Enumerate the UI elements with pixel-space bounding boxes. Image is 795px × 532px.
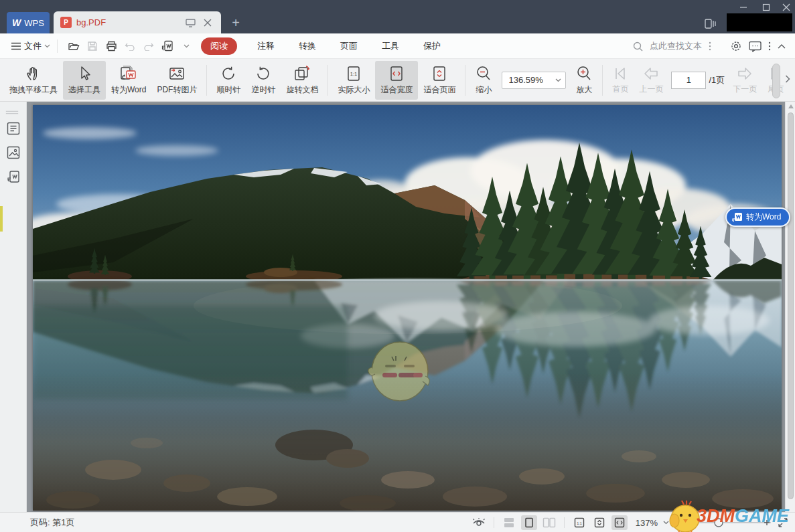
first-page-button[interactable]: 首页 xyxy=(607,61,634,100)
convert-to-word-floating-button[interactable]: 转为Word xyxy=(725,207,790,227)
export-word-icon[interactable] xyxy=(159,38,175,54)
gear-icon[interactable] xyxy=(730,40,742,52)
wps-home-button[interactable]: W WPS xyxy=(7,12,50,33)
convert-to-word-button[interactable]: 转为Word xyxy=(106,61,151,100)
pdf-to-image-label: PDF转图片 xyxy=(157,84,197,96)
status-actual-size-icon[interactable]: 1:1 xyxy=(571,515,587,530)
document-area: 转为Word xyxy=(0,102,795,512)
rotate-counterclockwise-button[interactable]: 逆时针 xyxy=(246,61,281,100)
save-icon[interactable] xyxy=(84,38,100,54)
rotate-document-icon xyxy=(293,65,311,82)
minimize-button[interactable] xyxy=(734,1,753,13)
scroll-up-icon[interactable] xyxy=(788,104,794,108)
toolbar-scroll-handle[interactable] xyxy=(772,64,780,98)
hand-icon xyxy=(25,65,42,82)
next-page-icon xyxy=(736,66,753,82)
status-fit-page-icon[interactable] xyxy=(591,515,607,530)
status-page-label: 页码: 第1页 xyxy=(30,517,74,529)
toolbar-separator xyxy=(465,65,465,96)
eye-protect-icon[interactable] xyxy=(471,515,487,530)
feedback-icon[interactable] xyxy=(749,41,762,52)
single-page-layout-icon[interactable] xyxy=(521,515,537,530)
maximize-button[interactable] xyxy=(757,1,776,13)
collapse-toolbar-icon[interactable] xyxy=(778,44,786,49)
select-tool-label: 选择工具 xyxy=(68,84,100,96)
wps-logo-icon: W xyxy=(12,17,21,28)
fit-width-icon xyxy=(388,65,405,82)
next-page-label: 下一页 xyxy=(733,84,757,95)
tab-close-icon[interactable] xyxy=(201,16,214,29)
account-area[interactable] xyxy=(727,13,792,31)
search-input[interactable]: 点此查找文本 xyxy=(650,40,702,52)
tab-label: 工具 xyxy=(382,40,399,52)
tab-page[interactable]: 页面 xyxy=(328,33,370,59)
document-tab[interactable]: P bg.PDF xyxy=(54,11,221,33)
toolbar-separator xyxy=(206,65,207,96)
zoom-menu-chevron-icon[interactable] xyxy=(663,521,669,525)
page-total-label: /1页 xyxy=(709,74,725,86)
prev-page-button[interactable]: 上一页 xyxy=(634,61,668,100)
chevron-down-icon xyxy=(555,78,561,82)
two-page-layout-icon[interactable] xyxy=(541,515,557,530)
svg-text:1:1: 1:1 xyxy=(350,71,357,77)
select-tool-button[interactable]: 选择工具 xyxy=(63,61,106,100)
rail-highlight-marker xyxy=(0,206,3,232)
vertical-scrollbar[interactable] xyxy=(785,102,795,512)
rotate-document-button[interactable]: 旋转文档 xyxy=(281,61,323,100)
to-word-panel-icon[interactable] xyxy=(7,170,20,183)
pdf-page-image[interactable] xyxy=(33,105,782,511)
floating-button-label: 转为Word xyxy=(746,211,781,223)
toolbar-separator xyxy=(328,65,328,96)
more-tools-chevron-icon[interactable] xyxy=(178,38,194,54)
chevron-down-icon xyxy=(44,44,50,48)
file-menu-label: 文件 xyxy=(24,40,42,52)
pdf-to-image-icon xyxy=(167,65,186,82)
zoom-out-button[interactable]: 缩小 xyxy=(469,61,498,100)
fit-page-button[interactable]: 适合页面 xyxy=(418,61,461,100)
zoom-in-button[interactable]: 放大 xyxy=(570,61,598,100)
next-page-button[interactable]: 下一页 xyxy=(727,61,762,100)
pdf-to-image-button[interactable]: PDF转图片 xyxy=(151,61,202,100)
svg-text:1:1: 1:1 xyxy=(577,521,582,525)
outline-panel-icon[interactable] xyxy=(7,122,20,135)
toolbar-overflow-icon[interactable] xyxy=(785,75,790,85)
more-menu-icon[interactable] xyxy=(768,41,771,51)
print-icon[interactable] xyxy=(103,38,119,54)
zoom-level-select[interactable]: 136.59% xyxy=(502,72,566,89)
pan-tool-button[interactable]: 拖拽平移工具 xyxy=(4,61,63,100)
split-view-icon[interactable] xyxy=(703,17,718,31)
clockwise-icon xyxy=(220,65,237,82)
status-fit-width-icon[interactable] xyxy=(611,515,628,530)
main-menu-button[interactable]: 文件 xyxy=(11,40,50,52)
presentation-icon[interactable] xyxy=(184,16,197,29)
tab-protect[interactable]: 保护 xyxy=(411,33,453,59)
redo-icon[interactable] xyxy=(141,38,157,54)
images-panel-icon[interactable] xyxy=(7,146,20,159)
fit-width-label: 适合宽度 xyxy=(380,84,413,96)
pdf-file-icon: P xyxy=(60,17,72,28)
page-number-input[interactable] xyxy=(671,72,706,89)
status-separator xyxy=(564,517,565,528)
search-icon[interactable] xyxy=(633,41,643,52)
tab-tools[interactable]: 工具 xyxy=(370,33,411,59)
hamburger-icon xyxy=(11,42,21,50)
tab-annotate[interactable]: 注释 xyxy=(245,33,287,59)
rail-drag-handle-icon[interactable] xyxy=(5,106,19,119)
tab-convert[interactable]: 转换 xyxy=(287,33,328,59)
new-tab-button[interactable]: + xyxy=(228,15,244,31)
undo-icon[interactable] xyxy=(122,38,138,54)
fit-width-button[interactable]: 适合宽度 xyxy=(375,61,418,100)
zoom-in-label: 放大 xyxy=(576,84,592,96)
window-close-button[interactable] xyxy=(777,1,795,13)
search-options-icon[interactable] xyxy=(709,41,711,51)
pan-tool-label: 拖拽平移工具 xyxy=(9,84,58,96)
zoom-slider[interactable] xyxy=(673,516,774,529)
scrollbar-thumb[interactable] xyxy=(788,112,794,499)
actual-size-button[interactable]: 1:1 实际大小 xyxy=(332,61,375,100)
rotate-clockwise-button[interactable]: 顺时针 xyxy=(211,61,246,100)
open-file-icon[interactable] xyxy=(66,38,82,54)
tab-read[interactable]: 阅读 xyxy=(201,37,237,55)
scroll-layout-icon[interactable] xyxy=(501,515,517,530)
page-navigation-group: /1页 xyxy=(671,72,725,89)
fullscreen-icon[interactable] xyxy=(778,517,788,528)
